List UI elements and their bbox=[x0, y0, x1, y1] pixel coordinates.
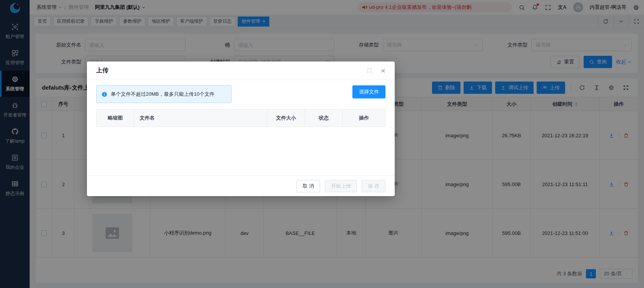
choose-file-button[interactable]: 选择文件 bbox=[352, 85, 385, 98]
modal-empty-list bbox=[96, 127, 385, 175]
upload-modal: 上传 单个文件不超过20MB，最多只能上传10个文件 选择文件 略缩图 文件名 … bbox=[87, 62, 395, 196]
modal-header: 上传 bbox=[87, 62, 395, 80]
modal-col-filename: 文件名 bbox=[134, 110, 267, 127]
app-window: 租户管理 应用管理 系统管理 开发者管理 了解lamp bbox=[0, 0, 644, 288]
modal-title: 上传 bbox=[96, 67, 108, 75]
modal-col-filesize: 文件大小 bbox=[267, 110, 305, 127]
cancel-button[interactable]: 取 消 bbox=[297, 180, 320, 192]
modal-body: 单个文件不超过20MB，最多只能上传10个文件 选择文件 略缩图 文件名 文件大… bbox=[87, 80, 395, 175]
modal-col-status: 状态 bbox=[305, 110, 343, 127]
modal-footer: 取 消 开始上传 保 存 bbox=[87, 175, 395, 196]
alert-text: 单个文件不超过20MB，最多只能上传10个文件 bbox=[111, 91, 214, 98]
modal-col-thumb: 略缩图 bbox=[97, 110, 134, 127]
upload-limit-alert: 单个文件不超过20MB，最多只能上传10个文件 bbox=[96, 85, 232, 103]
modal-close-icon[interactable] bbox=[381, 67, 385, 75]
modal-fullscreen-icon[interactable] bbox=[367, 68, 372, 73]
save-button[interactable]: 保 存 bbox=[362, 180, 385, 192]
start-upload-button[interactable]: 开始上传 bbox=[325, 180, 357, 192]
modal-col-action: 操作 bbox=[343, 110, 385, 127]
modal-table-header: 略缩图 文件名 文件大小 状态 操作 bbox=[96, 109, 385, 127]
info-circle-icon bbox=[102, 92, 107, 97]
